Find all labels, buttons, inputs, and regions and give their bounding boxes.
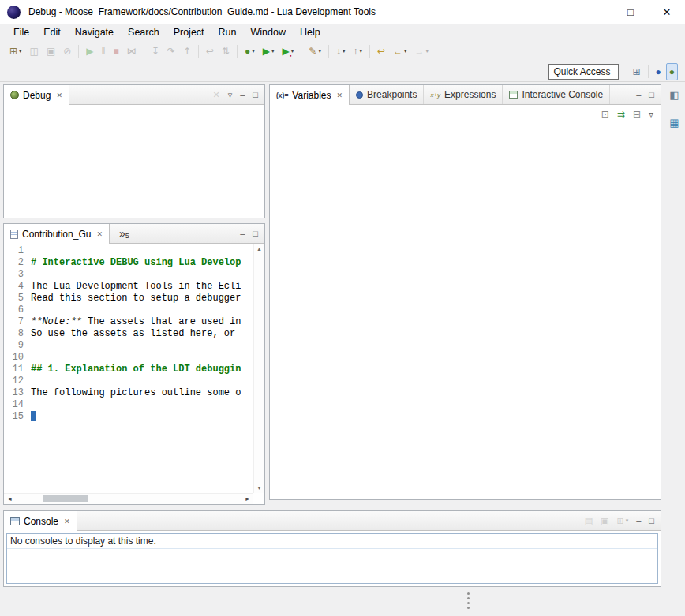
- console-content[interactable]: No consoles to display at this time.: [6, 533, 658, 584]
- close-icon[interactable]: ✕: [96, 230, 103, 238]
- editor-line[interactable]: 5Read this section to setup a debugger: [4, 293, 253, 304]
- tab-variables[interactable]: (x)= Variables ✕: [270, 85, 350, 105]
- tab-console[interactable]: Console ✕: [4, 511, 77, 531]
- next-annotation-icon[interactable]: ↓▾: [333, 43, 349, 60]
- maximize-icon[interactable]: □: [646, 86, 657, 103]
- editor-lines[interactable]: 12# Interactive DEBUG using Lua Develop3…: [4, 245, 253, 493]
- watch-expressions-icon[interactable]: ⇉: [614, 106, 628, 123]
- minimize-icon[interactable]: ‒: [237, 86, 248, 103]
- tab-interactive-console[interactable]: Interactive Console: [503, 85, 610, 104]
- view-menu-icon[interactable]: ▿: [646, 106, 657, 123]
- app-icon: [7, 6, 21, 19]
- close-icon[interactable]: ✕: [56, 91, 62, 99]
- minimize-icon[interactable]: ‒: [237, 225, 248, 242]
- scroll-right-icon[interactable]: ►: [245, 496, 250, 502]
- marker-icon[interactable]: ✎▾: [305, 43, 324, 60]
- clear-console-icon[interactable]: ▤: [582, 512, 596, 529]
- editor-line[interactable]: 7**Note:** The assets that are used in: [4, 316, 253, 328]
- editor-horizontal-scrollbar[interactable]: ◄ ►: [4, 493, 253, 504]
- menu-navigate[interactable]: Navigate: [68, 24, 121, 40]
- minimize-icon[interactable]: ‒: [633, 86, 644, 103]
- disconnect-icon[interactable]: ⋈: [124, 43, 140, 60]
- line-number: 1: [4, 245, 31, 257]
- variables-content[interactable]: [270, 124, 661, 499]
- editor-line[interactable]: 15: [4, 411, 253, 423]
- display-selected-console-icon[interactable]: ▣: [597, 512, 612, 529]
- menu-run[interactable]: Run: [211, 24, 244, 40]
- show-type-names-icon[interactable]: ⊡: [598, 106, 612, 123]
- close-button[interactable]: ✕: [649, 0, 685, 24]
- tab-breakpoints[interactable]: Breakpoints: [350, 85, 424, 104]
- suspend-icon[interactable]: ‖: [99, 43, 109, 60]
- tab-expressions[interactable]: x+y Expressions: [424, 85, 503, 104]
- editor-line[interactable]: 3: [4, 269, 253, 281]
- editor-tab-overflow[interactable]: » 5: [114, 224, 134, 243]
- editor-line[interactable]: 4The Lua Development Tools in the Ecli: [4, 281, 253, 293]
- scroll-up-icon[interactable]: ▲: [256, 246, 262, 252]
- menu-window[interactable]: Window: [244, 24, 293, 40]
- menu-help[interactable]: Help: [293, 24, 328, 40]
- last-edit-location-icon[interactable]: ↩: [374, 43, 388, 60]
- editor-line[interactable]: 6: [4, 304, 253, 316]
- close-icon[interactable]: ✕: [64, 517, 70, 525]
- maximize-icon[interactable]: □: [646, 512, 657, 529]
- new-wizard-icon[interactable]: ⊞▾: [6, 43, 25, 60]
- open-console-icon[interactable]: ⊞▾: [613, 512, 631, 529]
- terminate-icon[interactable]: ■: [110, 43, 122, 60]
- editor-line[interactable]: 9: [4, 340, 253, 352]
- editor-line[interactable]: 11## 1. Explanation of the LDT debuggin: [4, 364, 253, 375]
- external-tools-icon[interactable]: ▶▪▾: [279, 43, 298, 60]
- close-icon[interactable]: ✕: [337, 91, 343, 99]
- lua-perspective-icon[interactable]: ●: [653, 63, 664, 80]
- editor-line[interactable]: 1: [4, 245, 253, 257]
- maximize-button[interactable]: □: [612, 0, 649, 24]
- drop-to-frame-icon[interactable]: ↩: [203, 43, 217, 60]
- editor-line[interactable]: 14: [4, 399, 253, 411]
- back-icon[interactable]: ←▾: [390, 43, 410, 60]
- debug-perspective-icon[interactable]: ●: [666, 63, 678, 80]
- minimize-button[interactable]: –: [576, 0, 612, 24]
- scroll-down-icon[interactable]: ▼: [256, 485, 262, 491]
- previous-annotation-icon[interactable]: ↑▾: [350, 43, 365, 60]
- line-text: ## 1. Explanation of the LDT debuggin: [31, 364, 253, 375]
- menu-edit[interactable]: Edit: [36, 24, 68, 40]
- menu-project[interactable]: Project: [167, 24, 211, 40]
- minimized-views-icon[interactable]: ▦: [666, 114, 682, 131]
- debug-content[interactable]: [4, 105, 264, 218]
- debug-icon[interactable]: ●▾: [241, 43, 258, 60]
- minimize-icon[interactable]: ‒: [633, 512, 644, 529]
- scroll-left-icon[interactable]: ◄: [7, 496, 13, 502]
- save-icon[interactable]: ◫: [27, 43, 42, 60]
- forward-icon[interactable]: →▾: [412, 43, 432, 60]
- step-return-icon[interactable]: ↥: [180, 43, 194, 60]
- step-over-icon[interactable]: ↷: [164, 43, 178, 60]
- skip-all-breakpoints-icon[interactable]: ⊘: [60, 43, 74, 60]
- tab-debug[interactable]: Debug ✕: [4, 85, 69, 105]
- maximize-icon[interactable]: □: [249, 225, 261, 242]
- console-message: No consoles to display at this time.: [7, 534, 657, 549]
- collapse-all-icon[interactable]: ⊟: [630, 106, 644, 123]
- view-menu-icon[interactable]: ▿: [225, 86, 236, 103]
- run-icon[interactable]: ▶▾: [260, 43, 278, 60]
- step-into-icon[interactable]: ↧: [148, 43, 163, 60]
- remove-all-terminated-icon[interactable]: ✕: [209, 86, 223, 103]
- tab-contribution-guide[interactable]: Contribution_Gu ✕: [4, 224, 110, 244]
- editor-line[interactable]: 10: [4, 352, 253, 364]
- line-text: [31, 304, 253, 316]
- save-all-icon[interactable]: ▣: [43, 43, 58, 60]
- open-perspective-icon[interactable]: ⊞: [629, 63, 643, 80]
- restore-view-icon[interactable]: ◧: [666, 86, 682, 103]
- use-step-filters-icon[interactable]: ⇅: [219, 43, 233, 60]
- sash-handle[interactable]: [467, 592, 470, 609]
- editor-vertical-scrollbar[interactable]: ▲ ▼: [253, 244, 264, 493]
- scrollbar-thumb[interactable]: [43, 495, 88, 502]
- quick-access-input[interactable]: Quick Access: [548, 64, 619, 80]
- menu-search[interactable]: Search: [121, 24, 167, 40]
- maximize-icon[interactable]: □: [249, 86, 261, 103]
- editor-line[interactable]: 2# Interactive DEBUG using Lua Develop: [4, 257, 253, 269]
- resume-icon[interactable]: ▶: [83, 43, 96, 60]
- menu-file[interactable]: File: [6, 24, 36, 40]
- editor-line[interactable]: 12: [4, 375, 253, 387]
- editor-line[interactable]: 8So use the assets as listed here, or: [4, 328, 253, 340]
- editor-line[interactable]: 13The following pictures outline some o: [4, 387, 253, 399]
